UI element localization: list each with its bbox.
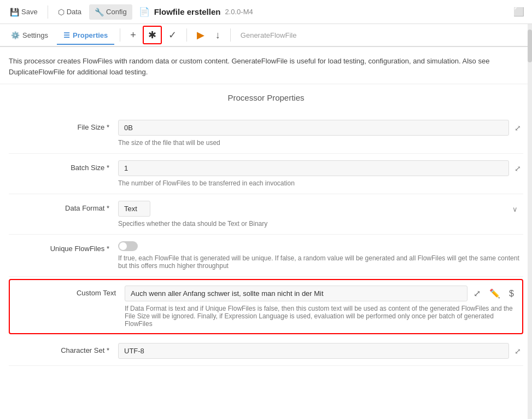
data-format-select-wrapper: Text Binary: [118, 201, 523, 217]
character-set-label: Character Set *: [9, 343, 118, 354]
batch-size-description: The number of FlowFiles to be transferre…: [118, 179, 523, 187]
config-label: Config: [106, 8, 127, 16]
properties-tab[interactable]: ☰ Properties: [57, 27, 114, 45]
custom-text-content: Auch wenn aller Anfang schwer ist, sollt…: [125, 286, 517, 328]
file-size-input[interactable]: [118, 120, 509, 136]
custom-text-field-row: Auch wenn aller Anfang schwer ist, sollt…: [125, 286, 517, 301]
toolbar-divider-1: [120, 28, 120, 42]
custom-text-label: Custom Text: [15, 286, 125, 297]
properties-icon: ☰: [63, 31, 70, 39]
config-tab-button[interactable]: 🔧 Config: [89, 4, 132, 20]
custom-text-edit-button[interactable]: ✏️: [487, 287, 503, 300]
data-format-label: Data Format *: [9, 201, 118, 212]
unique-flowfiles-toggle[interactable]: [118, 241, 138, 251]
unique-flowfiles-description: If true, each FlowFile that is generated…: [118, 254, 523, 270]
batch-size-input[interactable]: [118, 160, 509, 176]
batch-size-label: Batch Size *: [9, 160, 118, 172]
settings-icon: ⚙️: [11, 31, 20, 39]
flowfile-icon: 📄: [139, 7, 150, 17]
save-button[interactable]: 💾 Save: [4, 4, 43, 20]
settings-tab[interactable]: ⚙️ Settings: [4, 27, 55, 45]
section-title: Processor Properties: [9, 93, 523, 102]
batch-size-field-row: ⤢: [118, 160, 523, 176]
toolbar2: ⚙️ Settings ☰ Properties + ✱ ✓ ▶ ↓ Gener…: [0, 24, 532, 47]
title-area: 📄 Flowfile erstellen 2.0.0-M4: [139, 7, 253, 17]
top-bar: 💾 Save ⬡ Data 🔧 Config 📄 Flowfile erstel…: [0, 0, 532, 24]
toolbar-divider-2: [186, 28, 187, 42]
settings-label: Settings: [22, 31, 48, 39]
window-title: Flowfile erstellen: [154, 7, 221, 16]
data-tab-button[interactable]: ⬡ Data: [52, 4, 87, 20]
save-icon: 💾: [10, 8, 19, 16]
batch-size-row: Batch Size * ⤢ The number of FlowFiles t…: [9, 154, 523, 194]
character-set-input[interactable]: [118, 343, 509, 359]
scrollbar[interactable]: [528, 24, 532, 419]
save-label: Save: [21, 8, 38, 16]
description-text: This processor creates FlowFiles with ra…: [0, 47, 532, 84]
file-size-content: ⤢ The size of the file that will be used: [118, 120, 523, 147]
add-button[interactable]: +: [126, 27, 141, 43]
data-format-select-row: Text Binary: [118, 201, 523, 217]
custom-text-expand-button[interactable]: ⤢: [471, 287, 483, 300]
custom-text-value: Auch wenn aller Anfang schwer ist, sollt…: [125, 286, 467, 301]
file-size-field-row: ⤢: [118, 120, 523, 136]
character-set-content: ⤢: [118, 343, 523, 359]
data-format-select[interactable]: Text Binary: [118, 201, 150, 217]
custom-text-expression-button[interactable]: $: [506, 287, 517, 300]
unique-flowfiles-field-row: [118, 241, 523, 251]
divider: [48, 5, 48, 19]
processor-name: GenerateFlowFile: [241, 31, 297, 39]
batch-size-expand-button[interactable]: ⤢: [512, 162, 523, 175]
asterisk-button[interactable]: ✱: [143, 26, 162, 44]
check-button[interactable]: ✓: [164, 27, 181, 43]
properties-label: Properties: [73, 31, 108, 39]
character-set-expand-button[interactable]: ⤢: [512, 345, 523, 358]
custom-text-description: If Data Format is text and if Unique Flo…: [125, 305, 517, 328]
properties-section: Processor Properties File Size * ⤢ The s…: [0, 84, 532, 366]
data-format-description: Specifies whether the data should be Tex…: [118, 220, 523, 228]
file-size-row: File Size * ⤢ The size of the file that …: [9, 113, 523, 154]
custom-text-row: Custom Text Auch wenn aller Anfang schwe…: [9, 279, 523, 334]
data-label: Data: [67, 8, 81, 16]
version-label: 2.0.0-M4: [225, 8, 253, 16]
unique-flowfiles-label: Unique FlowFiles *: [9, 241, 118, 253]
data-format-content: Text Binary Specifies whether the data s…: [118, 201, 523, 228]
down-button[interactable]: ↓: [211, 27, 225, 43]
data-icon: ⬡: [58, 8, 65, 16]
play-button[interactable]: ▶: [192, 27, 209, 43]
maximize-button[interactable]: ⬜: [510, 4, 528, 19]
unique-flowfiles-row: Unique FlowFiles * If true, each FlowFil…: [9, 235, 523, 277]
unique-flowfiles-content: If true, each FlowFile that is generated…: [118, 241, 523, 270]
toolbar-divider-3: [230, 28, 231, 42]
character-set-row: Character Set * ⤢: [9, 336, 523, 366]
data-format-row: Data Format * Text Binary Specifies whet…: [9, 194, 523, 235]
batch-size-content: ⤢ The number of FlowFiles to be transfer…: [118, 160, 523, 187]
file-size-description: The size of the file that will be used: [118, 139, 523, 147]
file-size-expand-button[interactable]: ⤢: [512, 121, 523, 135]
file-size-label: File Size *: [9, 120, 118, 131]
config-icon: 🔧: [95, 8, 104, 16]
character-set-field-row: ⤢: [118, 343, 523, 359]
main-content: This processor creates FlowFiles with ra…: [0, 47, 532, 419]
